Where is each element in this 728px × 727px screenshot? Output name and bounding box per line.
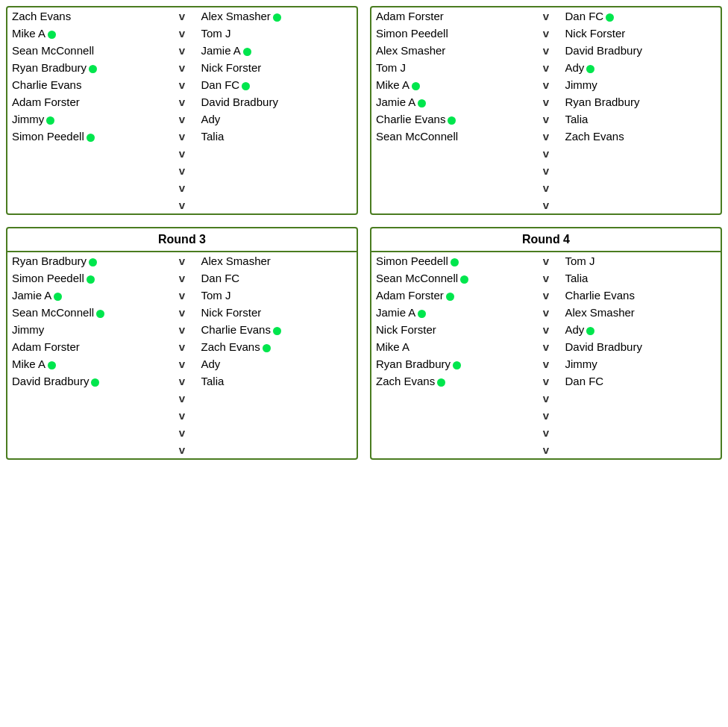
- player-right: Ady: [561, 321, 721, 338]
- player-left: Simon Peedell: [371, 252, 532, 269]
- player-left: Mike A: [7, 355, 168, 372]
- vs-label: v: [532, 338, 561, 355]
- player-right: Charlie Evans: [197, 321, 357, 338]
- winner-dot: [437, 378, 445, 387]
- winner-dot: [418, 99, 426, 107]
- player-right: Ady: [197, 355, 357, 372]
- vs-label: v: [168, 25, 197, 42]
- table-row: Sean McConnellvNick Forster: [7, 304, 357, 321]
- vs-label: v: [532, 93, 561, 110]
- player-right: Alex Smasher: [197, 7, 357, 25]
- player-left: Simon Peedell: [371, 25, 532, 42]
- vs-label: v: [168, 42, 197, 59]
- player-left: Mike A: [7, 25, 168, 42]
- player-right: David Bradbury: [561, 338, 721, 355]
- matches-table-3: Ryan BradburyvAlex SmasherSimon Peedellv…: [7, 252, 357, 458]
- table-row: Ryan BradburyvAlex Smasher: [7, 252, 357, 269]
- vs-label: v: [532, 252, 561, 269]
- winner-dot: [460, 275, 468, 284]
- vs-label: v: [532, 179, 561, 196]
- winner-dot: [48, 361, 56, 369]
- vs-label: v: [168, 304, 197, 321]
- vs-label: v: [168, 424, 197, 441]
- player-left: Jimmy: [7, 110, 168, 128]
- vs-label: v: [168, 287, 197, 304]
- winner-dot: [273, 13, 281, 22]
- player-left: Jimmy: [7, 321, 168, 338]
- table-row: Jamie AvTom J: [7, 287, 357, 304]
- vs-label: v: [532, 162, 561, 179]
- table-row: Sean McConnellvZach Evans: [371, 128, 721, 145]
- table-row: Adam ForstervCharlie Evans: [371, 287, 721, 304]
- empty-row: v: [371, 441, 721, 458]
- vs-label: v: [168, 338, 197, 355]
- vs-label: v: [532, 287, 561, 304]
- empty-row: v: [371, 145, 721, 162]
- player-right: Talia: [561, 269, 721, 287]
- table-row: Simon PeedellvTalia: [7, 128, 357, 145]
- player-right: Dan FC: [197, 269, 357, 287]
- player-right: Ady: [197, 110, 357, 128]
- player-right: Ryan Bradbury: [561, 93, 721, 110]
- table-row: Adam ForstervDavid Bradbury: [7, 93, 357, 110]
- rounds-grid: Zach EvansvAlex SmasherMike AvTom JSean …: [6, 6, 722, 460]
- vs-label: v: [532, 321, 561, 338]
- winner-dot: [87, 134, 95, 142]
- player-right: Dan FC: [197, 76, 357, 93]
- player-left: Adam Forster: [7, 338, 168, 355]
- player-right: Nick Forster: [561, 25, 721, 42]
- empty-row: v: [371, 179, 721, 196]
- vs-label: v: [168, 196, 197, 213]
- table-row: Zach EvansvAlex Smasher: [7, 7, 357, 25]
- table-row: Charlie EvansvDan FC: [7, 76, 357, 93]
- player-left: Ryan Bradbury: [371, 355, 532, 372]
- vs-label: v: [168, 93, 197, 110]
- winner-dot: [451, 258, 459, 266]
- round-block-1: Zach EvansvAlex SmasherMike AvTom JSean …: [6, 6, 358, 215]
- vs-label: v: [168, 355, 197, 372]
- player-left: Adam Forster: [371, 287, 532, 304]
- empty-row: v: [371, 390, 721, 407]
- player-left: Jamie A: [371, 93, 532, 110]
- vs-label: v: [532, 128, 561, 145]
- table-row: Mike AvTom J: [7, 25, 357, 42]
- winner-dot: [606, 13, 614, 22]
- table-row: Alex SmashervDavid Bradbury: [371, 42, 721, 59]
- vs-label: v: [532, 196, 561, 213]
- winner-dot: [89, 65, 97, 73]
- winner-dot: [46, 116, 54, 125]
- player-right: Zach Evans: [561, 128, 721, 145]
- vs-label: v: [532, 441, 561, 458]
- player-left: Jamie A: [7, 287, 168, 304]
- vs-label: v: [532, 372, 561, 390]
- vs-label: v: [532, 269, 561, 287]
- winner-dot: [243, 48, 251, 56]
- player-right: Jimmy: [561, 355, 721, 372]
- player-left: Nick Forster: [371, 321, 532, 338]
- vs-label: v: [168, 269, 197, 287]
- table-row: David BradburyvTalia: [7, 372, 357, 390]
- player-left: Sean McConnell: [7, 42, 168, 59]
- table-row: Simon PeedellvDan FC: [7, 269, 357, 287]
- table-row: Mike AvAdy: [7, 355, 357, 372]
- table-row: Adam ForstervZach Evans: [7, 338, 357, 355]
- vs-label: v: [168, 59, 197, 76]
- round-block-3: Round 3Ryan BradburyvAlex SmasherSimon P…: [6, 227, 358, 460]
- player-right: Tom J: [197, 287, 357, 304]
- vs-label: v: [532, 424, 561, 441]
- winner-dot: [91, 378, 99, 387]
- player-left: Sean McConnell: [371, 128, 532, 145]
- player-right: David Bradbury: [197, 93, 357, 110]
- table-row: Adam ForstervDan FC: [371, 7, 721, 25]
- vs-label: v: [532, 407, 561, 424]
- vs-label: v: [168, 162, 197, 179]
- matches-table-1: Zach EvansvAlex SmasherMike AvTom JSean …: [7, 7, 357, 213]
- vs-label: v: [532, 110, 561, 128]
- empty-row: v: [7, 179, 357, 196]
- empty-row: v: [7, 390, 357, 407]
- player-right: Dan FC: [561, 7, 721, 25]
- player-left: Alex Smasher: [371, 42, 532, 59]
- vs-label: v: [532, 42, 561, 59]
- empty-row: v: [371, 407, 721, 424]
- empty-row: v: [7, 441, 357, 458]
